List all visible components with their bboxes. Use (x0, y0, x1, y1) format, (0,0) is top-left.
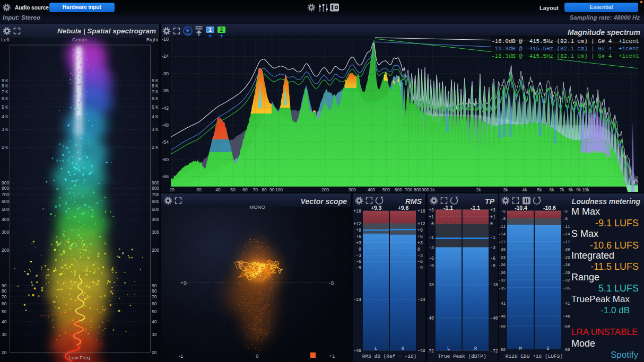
svg-text:-46: -46 (499, 314, 506, 319)
svg-text:R128 EBU +18 (LUFS): R128 EBU +18 (LUFS) (506, 354, 563, 359)
svg-text:3 K: 3 K (2, 127, 8, 132)
svg-text:4k: 4k (523, 187, 528, 192)
svg-text:-6: -6 (490, 256, 495, 261)
svg-text:-1: -1 (429, 235, 434, 240)
svg-text:800: 800 (2, 186, 9, 191)
svg-text:-72: -72 (490, 349, 498, 354)
svg-text:-17: -17 (563, 240, 570, 244)
svg-text:-18.3dB @ 415.5Hz (82.1 cm) |: -18.3dB @ 415.5Hz (82.1 cm) | G# 4 +1cen… (491, 53, 639, 59)
svg-text:-6: -6 (429, 256, 434, 261)
svg-text:-5: -5 (501, 209, 506, 214)
svg-text:+3: +3 (417, 241, 423, 245)
svg-text:40: 40 (215, 187, 221, 192)
svg-text:70: 70 (2, 294, 7, 299)
svg-text:-41: -41 (563, 302, 570, 306)
svg-text:30: 30 (196, 187, 202, 192)
svg-text:0: 0 (417, 247, 420, 252)
svg-text:-29: -29 (563, 271, 570, 275)
svg-text:2 K: 2 K (152, 145, 159, 150)
svg-text:-60: -60 (162, 157, 169, 162)
svg-text:-16.0dB @ 415.5Hz (82.1 cm) |: -16.0dB @ 415.5Hz (82.1 cm) | G# 4 +1cen… (491, 38, 639, 45)
svg-text:+12: +12 (353, 222, 361, 226)
svg-text:-9: -9 (417, 266, 423, 270)
svg-text:+3: +3 (356, 241, 361, 245)
svg-text:-42: -42 (162, 105, 169, 111)
svg-text:-1.1: -1.1 (471, 205, 480, 211)
svg-text:700: 700 (405, 187, 412, 192)
svg-text:-10.6: -10.6 (543, 205, 556, 211)
svg-text:80: 80 (262, 187, 267, 192)
svg-text:900: 900 (2, 180, 9, 186)
svg-text:-11: -11 (499, 225, 506, 229)
svg-text:-32: -32 (499, 278, 506, 282)
svg-text:-6: -6 (417, 259, 423, 264)
svg-text:20: 20 (2, 350, 7, 355)
svg-text:-41: -41 (499, 302, 506, 306)
svg-text:-23: -23 (499, 255, 506, 260)
svg-text:True Peak (dBTP): True Peak (dBTP) (438, 354, 486, 359)
svg-text:1k: 1k (430, 187, 436, 192)
svg-text:-40: -40 (428, 316, 434, 321)
svg-text:-40: -40 (490, 316, 498, 321)
svg-text:-9: -9 (356, 266, 361, 270)
svg-text:+S: +S (180, 280, 187, 286)
svg-text:+1: +1 (490, 215, 495, 219)
svg-text:8k: 8k (569, 187, 574, 192)
svg-text:700: 700 (2, 192, 9, 197)
svg-text:+3: +3 (429, 208, 434, 213)
svg-text:400: 400 (2, 217, 9, 222)
svg-text:-14: -14 (563, 232, 570, 236)
svg-text:90: 90 (2, 283, 7, 288)
svg-text:-19.3dB @ 415.5Hz (82.1 cm) |: -19.3dB @ 415.5Hz (82.1 cm) | G# 4 +1cen… (491, 46, 639, 52)
svg-text:500: 500 (152, 207, 159, 212)
svg-text:MONO: MONO (249, 204, 265, 210)
svg-text:2 K: 2 K (2, 145, 8, 150)
svg-text:90: 90 (269, 187, 275, 192)
svg-text:+12: +12 (417, 222, 425, 226)
svg-text:-20: -20 (499, 248, 506, 252)
svg-text:-9: -9 (429, 263, 434, 268)
svg-text:20: 20 (169, 187, 175, 192)
svg-text:-54: -54 (162, 139, 169, 145)
svg-text:600: 600 (395, 187, 402, 192)
svg-text:-48: -48 (417, 348, 425, 353)
svg-text:200: 200 (321, 187, 329, 192)
svg-text:9k: 9k (576, 187, 581, 192)
svg-text:-32: -32 (563, 278, 570, 282)
svg-text:-10.4: -10.4 (515, 205, 527, 211)
svg-text:80: 80 (2, 288, 7, 294)
svg-text:500: 500 (2, 207, 9, 212)
svg-text:50: 50 (230, 187, 236, 192)
svg-text:30: 30 (152, 332, 157, 337)
svg-text:-48: -48 (162, 122, 169, 128)
svg-text:L: L (375, 346, 377, 351)
svg-text:-23: -23 (563, 255, 570, 260)
svg-text:R: R (402, 346, 405, 351)
svg-text:-9: -9 (490, 263, 495, 268)
svg-text:300: 300 (2, 229, 9, 235)
svg-text:600: 600 (152, 199, 159, 204)
svg-text:5 K: 5 K (2, 104, 8, 110)
svg-text:L: L (447, 346, 450, 351)
svg-text:+: + (220, 32, 224, 40)
svg-text:-3: -3 (429, 245, 434, 250)
svg-text:400: 400 (368, 187, 375, 192)
svg-text:-1.1: -1.1 (443, 205, 453, 211)
svg-text:-26: -26 (563, 263, 570, 267)
svg-text:4 K: 4 K (2, 114, 8, 119)
svg-text:-72: -72 (428, 349, 434, 354)
svg-text:-59: -59 (563, 348, 570, 352)
svg-text:200: 200 (152, 248, 159, 253)
svg-text:-18: -18 (428, 282, 434, 287)
svg-text:9 K: 9 K (2, 78, 8, 83)
svg-text:-66: -66 (162, 174, 169, 179)
svg-text:R: R (474, 346, 477, 351)
svg-text:+9: +9 (356, 228, 361, 233)
svg-text:7k: 7k (560, 187, 565, 192)
svg-text:100: 100 (275, 187, 283, 192)
svg-text:-26: -26 (499, 263, 506, 267)
svg-text:50: 50 (2, 309, 7, 314)
svg-text:+1: +1 (429, 215, 434, 219)
svg-text:2k: 2k (476, 187, 482, 192)
svg-text:0: 0 (431, 222, 434, 226)
